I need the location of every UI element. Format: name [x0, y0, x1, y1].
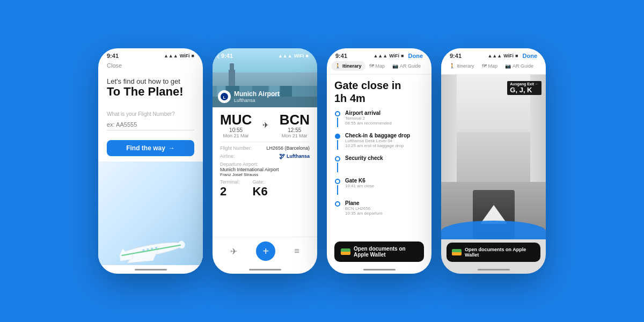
tab-map-4[interactable]: 🗺 Map [478, 61, 502, 71]
flight-number-value: LH2656 (Barcelona) [266, 145, 310, 151]
tab-itinerary-4[interactable]: 🚶 Itinerary [445, 61, 478, 71]
wifi-icon-2: WiFi [294, 53, 304, 58]
airport-name-block: Munich Airport Lufthansa [234, 90, 280, 103]
itin-content-3: Gate K6 10:41 am close [345, 178, 374, 195]
signal-icon-2: ▲▲▲ [278, 53, 292, 58]
hero-subtitle: Let's find out how to get [107, 77, 194, 85]
itin-content-0: Airport arrival Terminal 2 08:55 am reco… [345, 110, 392, 127]
plane-image [98, 162, 203, 265]
airline-logo: L [218, 90, 231, 103]
itin-sub1-0: 08:55 am recommended [345, 121, 392, 126]
itinerary-tab-label: Itinerary [342, 63, 362, 69]
itin-title-2: Security check [345, 155, 383, 161]
gate-sign: Ausgang Exit ← G, J, K [507, 81, 541, 95]
bottom-bar-2: ✈ + ≡ [213, 237, 317, 265]
itin-title-1: Check-in & baggage drop [345, 133, 410, 138]
terminal-value: 2 [220, 185, 240, 199]
itinerary-tab-icon-4: 🚶 [449, 63, 455, 69]
terminal-col: Terminal: 2 [220, 179, 240, 199]
airport-airline: Lufthansa [234, 98, 280, 103]
tab-map[interactable]: 🗺 Map [365, 61, 389, 71]
hero-section: Let's find out how to get To The Plane! [98, 71, 203, 103]
close-header[interactable]: Close [98, 60, 203, 71]
route-from: MUC 10:55 Mon 21 Mar [220, 112, 252, 138]
find-way-label: Find the way [126, 144, 165, 152]
status-bar-2: 9:41 ▲▲▲ WiFi ■ [213, 48, 317, 60]
airport-info: L Munich Airport Lufthansa [218, 90, 280, 103]
time-3: 9:41 [335, 53, 347, 59]
apple-wallet-button-3[interactable]: Open documents on Apple Wallet [334, 241, 424, 262]
home-indicator-2 [213, 265, 317, 274]
apple-wallet-button-4[interactable]: Open documents on Apple Wallet [447, 243, 540, 262]
arrow-icon: → [169, 144, 175, 152]
departure-name: Munich International Airport [220, 167, 310, 172]
flight-number-label-2: Flight Number: [220, 145, 252, 151]
itin-title-0: Airport arrival [345, 110, 392, 116]
battery-icon-1: ■ [192, 53, 194, 58]
itin-sub0-4: BCN LH2656 [345, 206, 383, 211]
find-way-button[interactable]: Find the way → [107, 140, 194, 156]
itin-sub1-1: 10:25 am end of baggage drop [345, 143, 410, 148]
phone-4: 9:41 ▲▲▲ WiFi ■ Done 🚶 Itinerary 🗺 Map 📷 [441, 48, 546, 274]
add-button[interactable]: + [256, 241, 275, 261]
wallet-icon-4 [452, 249, 462, 255]
itin-sub1-4: 10:35 am departure [345, 211, 383, 216]
wifi-icon-1: WiFi [180, 53, 190, 58]
itin-item-0: Airport arrival Terminal 2 08:55 am reco… [334, 110, 424, 127]
tabs-3: 🚶 Itinerary 🗺 Map 📷 AR Guide [327, 60, 431, 75]
itin-dot-2 [335, 156, 340, 162]
tabs-4: 🚶 Itinerary 🗺 Map 📷 AR Guide [441, 60, 546, 75]
itinerary-tab-icon: 🚶 [335, 63, 341, 69]
map-tab-label: Map [376, 63, 385, 69]
to-code: BCN [280, 112, 310, 128]
itinerary-tab-label-4: Itinerary [457, 63, 474, 69]
gate-sign-numbers: G, J, K [510, 86, 539, 94]
status-icons-4: ▲▲▲ WiFi ■ [487, 53, 518, 58]
ar-tab-label: AR Guide [400, 63, 421, 69]
gate-value: K6 [253, 185, 268, 199]
itin-content-1: Check-in & baggage drop Lufthansa Desk L… [345, 133, 410, 150]
itin-sub0-0: Terminal 2 [345, 116, 392, 121]
tab-ar-guide[interactable]: 📷 AR Guide [389, 61, 425, 71]
done-button-3[interactable]: Done [408, 53, 423, 59]
status-icons-2: ▲▲▲ WiFi ■ [278, 53, 309, 58]
itin-sub0-1: Lufthansa Desk Level 04 [345, 138, 410, 143]
map-tab-icon: 🗺 [369, 63, 374, 69]
menu-icon[interactable]: ≡ [294, 246, 299, 256]
itin-item-1: Check-in & baggage drop Lufthansa Desk L… [334, 133, 424, 150]
time-2: 9:41 [221, 53, 233, 59]
map-tab-icon-4: 🗺 [482, 63, 487, 69]
tab-ar-guide-4[interactable]: 📷 AR Guide [501, 61, 537, 71]
itin-content-4: Plane BCN LH2656 10:35 am departure [345, 200, 383, 216]
itin-dot-1 [335, 134, 340, 139]
ar-tab-label-4: AR Guide [513, 63, 533, 69]
done-button-4[interactable]: Done [523, 53, 538, 59]
from-code: MUC [220, 112, 252, 128]
itin-item-3: Gate K6 10:41 am close [334, 178, 424, 195]
route-to: BCN 12:55 Mon 21 Mar [280, 112, 310, 138]
from-date: Mon 21 Mar [220, 133, 252, 138]
departure-icon[interactable]: ✈ [230, 246, 237, 257]
flight-number-input[interactable] [107, 119, 194, 130]
gate-sign-prefix: Ausgang Exit ← [510, 82, 539, 86]
flight-number-label: What is your Flight Number? [107, 111, 194, 117]
svg-text:L: L [223, 95, 226, 100]
home-indicator-4 [441, 265, 546, 274]
lufthansa-crane-icon: 🕊 [279, 153, 285, 159]
terminal-gate-section: Terminal: 2 Gate: K6 [220, 179, 310, 199]
flight-details: MUC 10:55 Mon 21 Mar ✈ BCN 12:55 Mon 21 … [213, 107, 317, 237]
ar-tab-icon: 📷 [392, 63, 398, 69]
wallet-label-4: Open documents on Apple Wallet [465, 247, 535, 258]
flight-number-row: Flight Number: LH2656 (Barcelona) [220, 145, 310, 151]
battery-icon-2: ■ [306, 53, 309, 58]
itin-item-2: Security check [334, 155, 424, 172]
plane-svg [108, 231, 194, 265]
close-label[interactable]: Close [107, 62, 122, 69]
gate-label: Gate: [253, 179, 268, 185]
status-icons-1: ▲▲▲ WiFi ■ [164, 53, 194, 58]
tab-itinerary[interactable]: 🚶 Itinerary [331, 61, 365, 71]
status-bar-3: 9:41 ▲▲▲ WiFi ■ Done [327, 48, 431, 60]
lufthansa-badge: 🕊 Lufthansa [279, 153, 310, 159]
wallet-icon-3 [341, 248, 350, 255]
ar-tab-icon-4: 📷 [505, 63, 511, 69]
